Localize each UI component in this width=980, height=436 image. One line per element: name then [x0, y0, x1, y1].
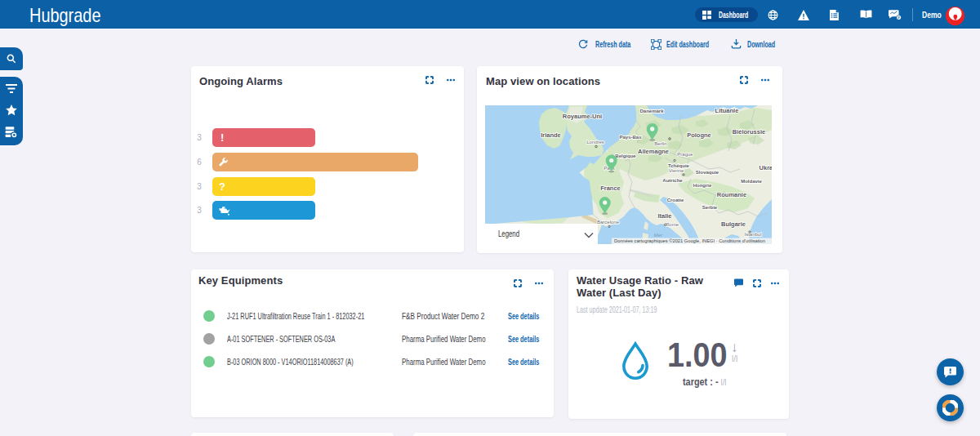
svg-text:Belgique: Belgique	[615, 153, 636, 158]
svg-text:Irlande: Irlande	[541, 131, 561, 139]
svg-text:Autriche: Autriche	[662, 178, 683, 183]
svg-text:France: France	[600, 185, 621, 192]
svg-text:Mer: Mer	[654, 233, 663, 238]
svg-text:Serbie: Serbie	[702, 205, 718, 210]
svg-text:Londres: Londres	[586, 140, 604, 145]
svg-text:Istanbul: Istanbul	[744, 232, 761, 237]
svg-text:Ukrai: Ukrai	[760, 164, 772, 171]
svg-text:Vienne: Vienne	[669, 168, 684, 173]
svg-text:Pays-Bas: Pays-Bas	[619, 135, 642, 140]
svg-text:Lituanie: Lituanie	[715, 107, 739, 114]
svg-text:Biélorussie: Biélorussie	[733, 128, 765, 136]
svg-text:Danemark: Danemark	[639, 109, 664, 113]
svg-text:Prague: Prague	[677, 152, 693, 157]
svg-text:Allemagne: Allemagne	[638, 148, 669, 155]
svg-text:Italie: Italie	[657, 212, 671, 220]
svg-text:Rome: Rome	[666, 222, 679, 227]
svg-text:Bulgarie: Bulgarie	[721, 220, 746, 228]
svg-text:Pologne: Pologne	[687, 131, 711, 139]
svg-text:Moldavie: Moldavie	[741, 179, 762, 184]
svg-text:Barcelone: Barcelone	[597, 220, 620, 225]
svg-text:Royaume-Uni: Royaume-Uni	[563, 113, 602, 120]
svg-text:Données cartographiques ©2021: Données cartographiques ©2021 Google, IN…	[614, 238, 765, 243]
svg-text:Legend: Legend	[498, 229, 519, 238]
svg-text:Croatie: Croatie	[667, 198, 684, 202]
svg-text:Roumanie: Roumanie	[717, 191, 746, 198]
svg-text:Hongrie: Hongrie	[693, 183, 712, 188]
svg-text:Slovaquie: Slovaquie	[696, 170, 719, 175]
svg-text:Berlin: Berlin	[654, 141, 666, 146]
